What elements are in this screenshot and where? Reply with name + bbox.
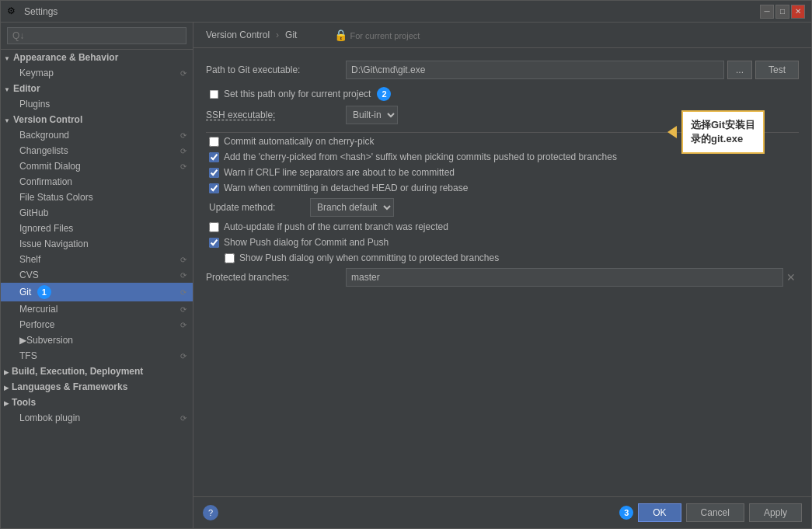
sidebar-item-mercurial[interactable]: Mercurial ⟳ — [1, 301, 193, 317]
warn-crlf-checkbox[interactable] — [209, 168, 219, 178]
protected-branches-label: Protected branches: — [206, 272, 346, 283]
perforce-icon: ⟳ — [180, 321, 186, 329]
circle-3-badge: 3 — [619, 506, 633, 520]
sidebar-item-issue-navigation[interactable]: Issue Navigation — [1, 236, 193, 252]
show-push-protected-checkbox[interactable] — [225, 253, 235, 263]
breadcrumb-current: Git — [285, 30, 297, 40]
mercurial-icon: ⟳ — [180, 305, 186, 314]
sidebar-item-tfs[interactable]: TFS ⟳ — [1, 348, 193, 364]
sidebar-item-build[interactable]: ▶Build, Execution, Deployment — [1, 364, 193, 379]
tooltip-arrow — [667, 126, 677, 138]
sidebar-item-perforce[interactable]: Perforce ⟳ — [1, 317, 193, 332]
warn-detached-row: Warn when committing in detached HEAD or… — [206, 183, 799, 193]
settings-window: ⚙ Settings ─ □ ✕ ▼Appearance & Behavior … — [0, 0, 812, 529]
browse-button[interactable]: ... — [727, 61, 752, 79]
sidebar-item-plugins[interactable]: Plugins — [1, 96, 193, 112]
auto-update-row: Auto-update if push of the current branc… — [206, 221, 799, 232]
sidebar-item-ignored-files[interactable]: Ignored Files — [1, 221, 193, 236]
sidebar-item-file-status-colors[interactable]: File Status Colors — [1, 190, 193, 205]
shelf-icon: ⟳ — [180, 256, 186, 264]
sidebar-item-shelf[interactable]: Shelf ⟳ — [1, 252, 193, 267]
git-path-label: Path to Git executable: — [206, 64, 346, 75]
changelists-icon: ⟳ — [180, 147, 186, 155]
show-push-protected-label[interactable]: Show Push dialog only when committing to… — [239, 252, 499, 263]
git-path-row: Path to Git executable: ... Test — [206, 61, 799, 79]
tooltip-box: 选择Git安装目 录的git.exe — [681, 110, 765, 154]
git-path-input[interactable] — [346, 61, 724, 79]
maximize-button[interactable]: □ — [775, 5, 789, 19]
show-push-checkbox[interactable] — [209, 238, 219, 248]
search-input[interactable] — [7, 27, 186, 44]
window-controls: ─ □ ✕ — [760, 5, 805, 19]
set-path-row: Set this path only for current project 2 — [206, 87, 799, 101]
auto-update-label[interactable]: Auto-update if push of the current branc… — [224, 221, 448, 232]
settings-panel: 选择Git安装目 录的git.exe Path to Git executabl… — [193, 48, 811, 496]
update-method-row: Update method: Branch default — [206, 198, 799, 217]
show-push-row: Show Push dialog for Commit and Push — [206, 237, 799, 248]
tooltip-line1: 选择Git安装目 — [691, 118, 755, 132]
ok-button[interactable]: OK — [638, 503, 681, 522]
cherry-pick-label[interactable]: Commit automatically on cherry-pick — [224, 136, 374, 147]
warn-detached-label[interactable]: Warn when committing in detached HEAD or… — [224, 183, 468, 193]
update-method-select[interactable]: Branch default — [310, 198, 394, 217]
sidebar-item-version-control[interactable]: ▼Version Control — [1, 112, 193, 127]
protected-branches-row: Protected branches: ✕ — [206, 268, 799, 287]
close-button[interactable]: ✕ — [791, 5, 805, 19]
sidebar-item-commit-dialog[interactable]: Commit Dialog ⟳ — [1, 158, 193, 174]
breadcrumb-root: Version Control — [206, 30, 270, 40]
warn-crlf-row: Warn if CRLF line separators are about t… — [206, 167, 799, 178]
main-panel: Version Control › Git 🔒 For current proj… — [193, 23, 811, 528]
git-badge: 1 — [37, 285, 51, 299]
apply-button[interactable]: Apply — [749, 503, 802, 522]
cherry-picked-suffix-label[interactable]: Add the 'cherry-picked from <hash>' suff… — [224, 151, 617, 162]
breadcrumb: Version Control › Git 🔒 For current proj… — [193, 23, 811, 48]
main-content: ▼Appearance & Behavior Keymap ⟳ ▼Editor … — [1, 23, 811, 528]
sidebar-item-background[interactable]: Background ⟳ — [1, 127, 193, 143]
warn-detached-checkbox[interactable] — [209, 183, 219, 193]
sidebar-item-changelists[interactable]: Changelists ⟳ — [1, 143, 193, 158]
show-push-label[interactable]: Show Push dialog for Commit and Push — [224, 237, 389, 248]
cherry-pick-checkbox[interactable] — [209, 137, 219, 147]
title-bar: ⚙ Settings ─ □ ✕ — [1, 1, 811, 23]
tooltip-line2: 录的git.exe — [691, 132, 755, 146]
sync-icon: ⟳ — [180, 69, 186, 78]
circle-2-badge: 2 — [377, 87, 391, 101]
cherry-picked-suffix-checkbox[interactable] — [209, 152, 219, 162]
background-icon: ⟳ — [180, 131, 186, 140]
sidebar-item-cvs[interactable]: CVS ⟳ — [1, 267, 193, 283]
sidebar-item-confirmation[interactable]: Confirmation — [1, 174, 193, 190]
sidebar-item-tools[interactable]: ▶Tools — [1, 395, 193, 410]
sidebar-item-appearance[interactable]: ▼Appearance & Behavior — [1, 50, 193, 65]
breadcrumb-separator: › — [276, 30, 279, 40]
help-button[interactable]: ? — [203, 505, 218, 520]
auto-update-checkbox[interactable] — [209, 222, 219, 232]
sidebar-item-git[interactable]: Git 1 ⟳ — [1, 283, 193, 301]
cvs-icon: ⟳ — [180, 271, 186, 280]
ssh-select[interactable]: Built-in — [346, 106, 398, 124]
minimize-button[interactable]: ─ — [760, 5, 774, 19]
app-icon: ⚙ — [7, 5, 19, 18]
sidebar-item-languages[interactable]: ▶Languages & Frameworks — [1, 379, 193, 395]
search-box — [1, 23, 193, 50]
warn-crlf-label[interactable]: Warn if CRLF line separators are about t… — [224, 167, 455, 178]
breadcrumb-project: 🔒 For current project — [334, 29, 420, 41]
cancel-button[interactable]: Cancel — [686, 503, 744, 522]
sidebar-item-subversion[interactable]: ▶Subversion — [1, 332, 193, 348]
test-button[interactable]: Test — [755, 61, 799, 79]
clear-protected-button[interactable]: ✕ — [783, 271, 799, 284]
protected-branches-input[interactable] — [346, 268, 783, 287]
set-path-checkbox[interactable] — [210, 89, 219, 99]
git-sync-icon: ⟳ — [180, 288, 186, 297]
commit-dialog-icon: ⟳ — [180, 162, 186, 171]
show-push-protected-row: Show Push dialog only when committing to… — [206, 252, 799, 263]
footer: ? 3 OK Cancel Apply — [193, 496, 811, 528]
sidebar-item-github[interactable]: GitHub — [1, 205, 193, 221]
ssh-label: SSH executable: — [206, 110, 346, 120]
sidebar-item-keymap[interactable]: Keymap ⟳ — [1, 65, 193, 81]
sidebar-item-lombok[interactable]: Lombok plugin ⟳ — [1, 410, 193, 426]
update-method-label: Update method: — [209, 202, 310, 213]
sidebar-item-editor[interactable]: ▼Editor — [1, 81, 193, 96]
set-path-label[interactable]: Set this path only for current project — [224, 89, 371, 99]
sidebar: ▼Appearance & Behavior Keymap ⟳ ▼Editor … — [1, 23, 193, 528]
window-title: Settings — [24, 6, 760, 17]
